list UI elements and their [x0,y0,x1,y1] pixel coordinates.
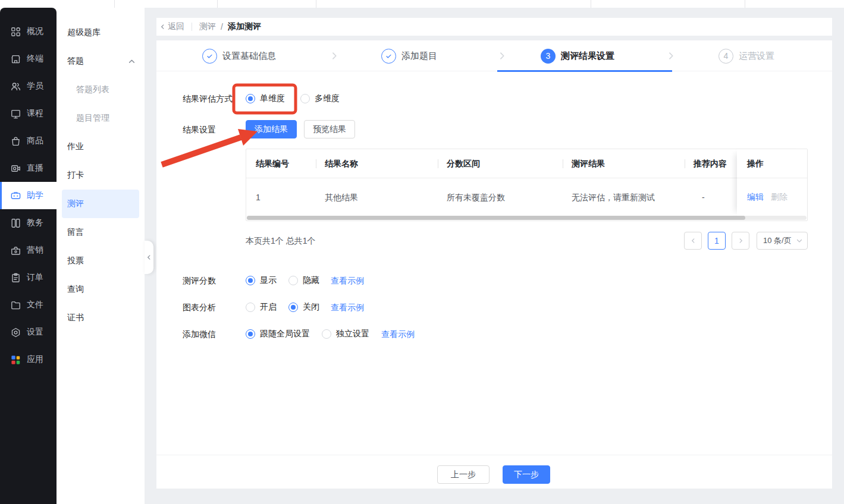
sidebar-item-live[interactable]: 直播 [0,155,57,182]
col-header-result: 测评结果 [572,149,605,178]
preview-result-button[interactable]: 预览结果 [304,120,355,138]
add-result-button[interactable]: 添加结果 [246,120,297,138]
sidebar-item-label: 课程 [27,108,43,119]
sidebar-item-orders[interactable]: 订单 [0,264,57,291]
breadcrumb-separator: / [221,22,223,32]
chart-example-link[interactable]: 查看示例 [331,302,364,313]
sidebar-item-terminal[interactable]: 终端 [0,45,57,73]
radio-multi-dimension[interactable]: 多维度 [300,93,340,104]
overview-icon [10,26,21,37]
chevron-left-icon [160,24,165,30]
wechat-example-link[interactable]: 查看示例 [381,329,415,339]
sidebar-item-study-aid[interactable]: 助学 [0,182,57,209]
radio-selected-icon [246,276,255,285]
sidebar-item-label: 教务 [27,218,43,228]
prev-page-button[interactable] [684,232,702,250]
wechat-label: 添加微信 [183,329,216,340]
horizontal-scrollbar-track[interactable] [247,216,807,220]
check-icon [385,52,393,60]
next-step-button[interactable]: 下一步 [503,465,550,484]
terminal-icon [10,53,21,65]
submenu-group-answering[interactable]: 答题 [57,47,145,75]
submenu-item-assessment[interactable]: 测评 [62,190,139,218]
sidebar-item-label: 订单 [27,272,43,283]
radio-score-show[interactable]: 显示 [246,275,277,286]
secondary-sidebar: 超级题库 答题 答题列表 题目管理 作业 打卡 测评 留言 投票 查询 证书 [57,8,145,504]
radio-label: 单维度 [260,93,285,104]
radio-label: 多维度 [315,93,340,104]
col-header-recommend: 推荐内容 [694,149,727,178]
submenu-item-message[interactable]: 留言 [57,218,145,247]
browser-tab-divider [217,0,218,8]
score-example-link[interactable]: 查看示例 [331,275,364,286]
step-add-questions[interactable]: 添加题目 [381,48,437,64]
radio-wechat-independent[interactable]: 独立设置 [322,329,369,339]
live-icon [10,163,21,174]
radio-unselected-icon [288,276,298,285]
submenu-item-answer-list[interactable]: 答题列表 [57,75,145,104]
back-button[interactable]: 返回 [160,21,184,32]
submenu-item-label: 测评 [67,199,84,209]
radio-wechat-global[interactable]: 跟随全局设置 [246,329,310,339]
browser-top-strip [0,0,844,8]
sidebar-item-overview[interactable]: 概况 [0,18,57,45]
table-fixed-action-column: 操作 编辑 删除 [737,149,807,216]
sidebar-item-goods[interactable]: 商品 [0,127,57,155]
table-header-row: 结果编号 结果名称 分数区间 测评结果 推荐内容 [246,149,807,178]
submenu-item-label: 证书 [67,313,84,323]
radio-score-hide[interactable]: 隐藏 [288,275,319,286]
submenu-collapse-handle[interactable] [145,241,153,274]
sidebar-item-settings[interactable]: 设置 [0,319,57,346]
page-size-select[interactable]: 10 条/页 [757,232,808,250]
sidebar-item-students[interactable]: 学员 [0,73,57,100]
sidebar-item-marketing[interactable]: 营销 [0,237,57,264]
sidebar-item-apps[interactable]: 应用 [0,346,57,373]
submenu-item-label: 打卡 [67,170,84,181]
sidebar-item-courses[interactable]: 课程 [0,100,57,127]
cell-result: 无法评估，请重新测试 [572,178,655,216]
sidebar-item-label: 助学 [27,190,43,201]
submenu-item-homework[interactable]: 作业 [57,133,145,161]
submenu-item-checkin[interactable]: 打卡 [57,161,145,190]
sidebar-item-label: 终端 [27,53,43,64]
submenu-item-certificate[interactable]: 证书 [57,304,145,332]
sidebar-item-academic[interactable]: 教务 [0,209,57,237]
delete-link[interactable]: 删除 [771,192,787,203]
header-divider [316,159,316,168]
step-basic-info[interactable]: 设置基础信息 [202,48,276,64]
edit-link[interactable]: 编辑 [747,192,764,203]
radio-single-dimension[interactable]: 单维度 [246,93,285,104]
submenu-item-label: 答题 [67,56,84,67]
step-result-settings[interactable]: 3 测评结果设置 [541,48,614,64]
sidebar-item-label: 设置 [27,327,43,338]
students-icon [10,81,21,92]
cell-result-id: 1 [256,178,261,216]
horizontal-scrollbar-thumb[interactable] [247,216,745,220]
sidebar-item-files[interactable]: 文件 [0,291,57,319]
page-number-button[interactable]: 1 [708,232,726,250]
chevron-up-icon [128,58,135,65]
submenu-item-vote[interactable]: 投票 [57,247,145,275]
prev-step-button[interactable]: 上一步 [437,465,490,484]
sidebar-item-label: 商品 [27,136,43,146]
step-label: 测评结果设置 [561,51,614,62]
step-operation-settings[interactable]: 4 运营设置 [719,48,774,64]
sidebar-item-label: 营销 [27,245,43,256]
submenu-item-question-bank[interactable]: 超级题库 [57,18,145,47]
sidebar-item-label: 学员 [27,81,43,92]
submenu-item-question-manage[interactable]: 题目管理 [57,104,145,133]
sidebar-item-label: 应用 [27,354,43,365]
submenu-item-query[interactable]: 查询 [57,275,145,304]
breadcrumb-section[interactable]: 测评 [199,21,216,32]
chevron-right-icon [330,52,338,60]
browser-tab-divider [591,0,591,8]
radio-chart-on[interactable]: 开启 [246,302,277,313]
submenu-item-label: 超级题库 [67,27,101,38]
pagination-summary: 本页共1个 总共1个 [246,232,315,250]
course-icon [10,108,21,119]
chevron-right-icon [738,238,743,244]
next-page-button[interactable] [732,232,749,250]
submenu-item-label: 作业 [67,141,84,152]
radio-unselected-icon [322,329,331,339]
radio-chart-off[interactable]: 关闭 [288,302,319,313]
